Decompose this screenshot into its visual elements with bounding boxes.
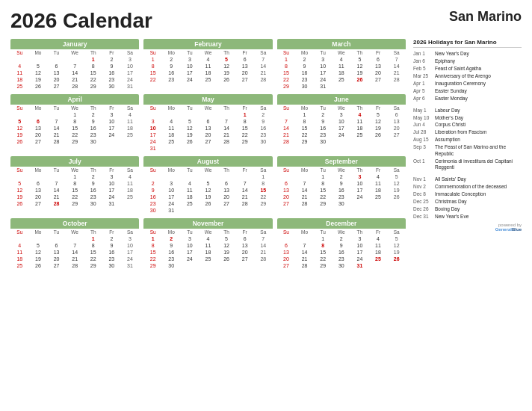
day-cell: 11: [10, 69, 29, 76]
day-cell: 31: [121, 83, 140, 90]
day-cell: 23: [143, 200, 162, 207]
day-cell: 7: [295, 242, 314, 249]
day-cell: 11: [199, 63, 217, 69]
day-cell: [199, 111, 217, 118]
day-cell: 23: [295, 76, 314, 83]
day-cell: 7: [47, 180, 66, 187]
day-cell: 14: [387, 63, 406, 69]
holiday-date: Aug 15: [413, 137, 433, 143]
day-cell: 14: [254, 63, 273, 69]
day-cell: [235, 145, 254, 152]
day-cell: 7: [66, 242, 84, 249]
day-cell: 28: [387, 76, 406, 83]
day-cell: 13: [47, 249, 66, 256]
day-cell: 22: [314, 256, 332, 262]
day-cell: 19: [369, 125, 388, 132]
holiday-date: Dec 31: [413, 214, 433, 220]
day-cell: 21: [217, 132, 236, 138]
day-cell: [217, 111, 236, 118]
day-cell: 5: [29, 63, 48, 69]
day-cell: 23: [332, 194, 350, 200]
day-cell: 10: [314, 63, 332, 69]
holiday-name: Labour Day: [435, 108, 460, 114]
powered-by: powered byGeneralBlue: [413, 223, 522, 232]
list-item: Apr 6Easter Monday: [413, 96, 522, 102]
day-cell: 30: [295, 83, 314, 90]
day-cell: 20: [369, 69, 388, 76]
day-cell: 26: [350, 76, 369, 83]
day-cell: 13: [387, 118, 406, 125]
day-cell: 8: [235, 118, 254, 125]
day-cell: [47, 235, 66, 242]
day-cell: 10: [181, 242, 200, 249]
day-cell: 26: [181, 138, 200, 145]
holiday-date: Oct 1: [413, 158, 433, 171]
day-cell: 16: [332, 187, 350, 194]
day-cell: 14: [47, 187, 66, 194]
list-item: Sep 3The Feast of San Marino and the Rep…: [413, 144, 522, 157]
list-item: Jan 6Epiphany: [413, 58, 522, 64]
day-cell: 17: [314, 69, 332, 76]
day-cell: [29, 235, 48, 242]
day-cell: 13: [369, 63, 388, 69]
month-november: NovemberSuMoTuWeThFrSa123456789101112131…: [143, 218, 272, 269]
day-cell: 12: [217, 242, 236, 249]
day-cell: 16: [84, 187, 102, 194]
day-cell: 26: [199, 200, 217, 207]
day-cell: 17: [332, 125, 350, 132]
day-cell: 7: [217, 118, 236, 125]
day-cell: 17: [102, 125, 121, 132]
day-cell: 19: [217, 69, 236, 76]
day-cell: 19: [387, 249, 406, 256]
day-cell: 8: [143, 63, 162, 69]
day-cell: 19: [29, 76, 48, 83]
day-cell: 30: [84, 138, 102, 145]
day-cell: 29: [235, 138, 254, 145]
day-cell: 4: [369, 235, 388, 242]
holiday-date: Dec 26: [413, 206, 433, 212]
day-cell: 18: [162, 132, 181, 138]
day-cell: 29: [277, 83, 296, 90]
day-cell: 19: [10, 194, 29, 200]
list-item: Jan 1New Year's Day: [413, 51, 522, 57]
day-cell: 22: [66, 194, 84, 200]
day-cell: 9: [84, 180, 102, 187]
day-cell: [295, 173, 314, 180]
day-cell: 2: [102, 235, 121, 242]
day-cell: [369, 200, 388, 207]
holiday-date: Dec 8: [413, 191, 433, 197]
day-cell: 14: [66, 249, 84, 256]
day-cell: 17: [350, 187, 369, 194]
day-cell: 29: [66, 200, 84, 207]
day-cell: [235, 207, 254, 214]
day-cell: 16: [295, 69, 314, 76]
day-cell: 19: [350, 69, 369, 76]
day-cell: 27: [369, 76, 388, 83]
day-cell: 12: [29, 249, 48, 256]
day-cell: 28: [235, 200, 254, 207]
day-cell: 20: [235, 69, 254, 76]
day-cell: 16: [254, 125, 273, 132]
day-cell: 3: [314, 56, 332, 63]
day-cell: [162, 145, 181, 152]
day-cell: 27: [29, 200, 48, 207]
day-cell: [29, 111, 48, 118]
day-cell: [350, 138, 369, 145]
day-cell: 20: [47, 76, 66, 83]
list-item: Dec 25Christmas Day: [413, 199, 522, 205]
day-cell: 19: [181, 132, 200, 138]
day-cell: 4: [350, 111, 369, 118]
day-cell: [199, 262, 217, 269]
day-cell: [181, 173, 200, 180]
day-cell: 2: [162, 235, 181, 242]
list-item: Nov 2Commemoration of the deceased: [413, 184, 522, 190]
day-cell: 3: [102, 111, 121, 118]
day-cell: [387, 262, 406, 269]
day-cell: 13: [29, 187, 48, 194]
day-cell: [10, 111, 29, 118]
day-cell: [199, 207, 217, 214]
day-cell: 23: [84, 132, 102, 138]
day-cell: 28: [295, 200, 314, 207]
day-cell: [181, 207, 200, 214]
day-cell: 6: [199, 118, 217, 125]
